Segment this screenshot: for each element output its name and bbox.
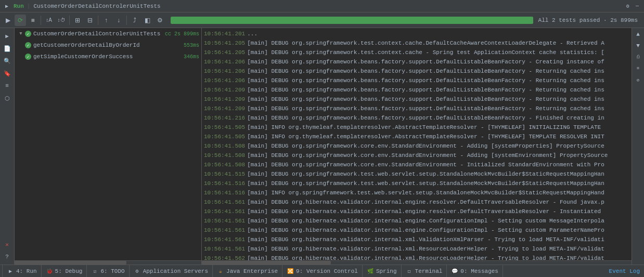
title-separator: | xyxy=(27,3,31,9)
minimize-icon[interactable]: — xyxy=(634,3,641,10)
log-timestamp: 10:56:41.516 xyxy=(204,179,245,188)
log-line: 10:56:41.561[main] DEBUG org.hibernate.v… xyxy=(204,226,629,235)
log-timestamp: 10:56:41.206 xyxy=(204,67,245,76)
title-bar-right: ⚙ — xyxy=(624,3,641,10)
filter-output-btn[interactable]: ≡ xyxy=(633,63,643,74)
left-question-btn[interactable]: ? xyxy=(2,251,13,262)
log-timestamp: 10:56:41.561 xyxy=(204,226,245,235)
run-label: Run xyxy=(14,3,24,9)
log-text: [main] DEBUG org.hibernate.validator.int… xyxy=(247,244,604,254)
log-text: [main] INFO org.thymeleaf.templateresolv… xyxy=(247,132,604,141)
root-status-dot: ✓ xyxy=(25,31,31,37)
log-text: [main] DEBUG org.springframework.beans.f… xyxy=(247,95,604,104)
collapse-button[interactable]: ⊟ xyxy=(84,15,96,26)
stop-button[interactable]: ■ xyxy=(27,15,38,26)
log-line: 10:56:41.516[main] INFO org.springframew… xyxy=(204,188,629,197)
spring-tab-label: Spring xyxy=(376,268,397,274)
log-timestamp: 10:56:41.508 xyxy=(204,160,245,169)
left-sidebar: ▶ 📄 🔍 🔖 ≡ ⬡ ✕ ? xyxy=(0,28,15,265)
spring-tab[interactable]: 🌿 Spring xyxy=(363,265,402,277)
print-btn[interactable]: ⎙ xyxy=(633,52,643,62)
log-text: [main] DEBUG org.hibernate.validator.int… xyxy=(247,216,604,226)
sep-4 xyxy=(126,16,127,25)
event-log-label[interactable]: Event Log xyxy=(609,268,640,274)
log-timestamp: 10:56:41.561 xyxy=(204,197,245,207)
log-line: 10:56:41.505[main] INFO org.thymeleaf.te… xyxy=(204,123,629,132)
run-button[interactable]: ▶ xyxy=(2,15,14,26)
debug-tab[interactable]: 🐞 5: Debug xyxy=(42,265,87,277)
progress-bar-fill xyxy=(171,17,533,24)
todo-tab-label: 6: TODO xyxy=(100,268,124,274)
log-timestamp: 10:56:41.505 xyxy=(204,132,245,141)
messages-tab-icon: 💬 xyxy=(451,268,458,275)
log-timestamp: 10:56:41.209 xyxy=(204,85,245,95)
log-line: 10:56:41.508[main] DEBUG org.springframe… xyxy=(204,160,629,169)
prev-fail-button[interactable]: ↑ xyxy=(100,15,112,26)
next-fail-button[interactable]: ↓ xyxy=(113,15,124,26)
log-line: 10:56:41.216[main] DEBUG org.springframe… xyxy=(204,113,629,123)
messages-tab-label: 0: Messages xyxy=(460,268,498,274)
log-line: 10:56:41.205[main] DEBUG org.springframe… xyxy=(204,48,629,57)
sort-duration-button[interactable]: ↕⏱ xyxy=(56,15,67,26)
todo-tab[interactable]: ☑ 6: TODO xyxy=(87,265,129,277)
messages-tab[interactable]: 💬 0: Messages xyxy=(447,265,503,277)
tree-root-item[interactable]: ▼ ✓ CustomerOrderDetailControlerUnitTest… xyxy=(15,28,201,39)
export-button[interactable]: ⤴ xyxy=(129,15,140,26)
tree-child-item-0[interactable]: ✓ getCustomerOrderDetailByOrderId 553ms xyxy=(15,39,201,51)
log-timestamp: 10:56:41.561 xyxy=(204,235,245,244)
app-servers-tab[interactable]: ⚙ Application Servers xyxy=(130,265,213,277)
log-line: 10:56:41.205[main] DEBUG org.springframe… xyxy=(204,38,629,48)
sort-alpha-button[interactable]: ↕A xyxy=(43,15,55,26)
run-tab-label: 4: Run xyxy=(16,268,37,274)
log-text: [main] DEBUG org.hibernate.validator.int… xyxy=(247,254,604,260)
terminal-tab[interactable]: ◻ Terminal xyxy=(402,265,447,277)
run-tab[interactable]: ▶ 4: Run xyxy=(2,265,42,277)
status-bar: ▶ 4: Run 🐞 5: Debug ☑ 6: TODO ⚙ Applicat… xyxy=(0,265,644,277)
title-bar: ▶ Run | CustomerOrderDetailControlerUnit… xyxy=(0,0,644,12)
rerun-button[interactable]: ⟳ xyxy=(15,15,26,26)
app-servers-tab-icon: ⚙ xyxy=(134,268,141,275)
log-timestamp: 10:56:41.561 xyxy=(204,216,245,226)
log-timestamp: 10:56:41.206 xyxy=(204,76,245,85)
log-line: 10:56:41.562[main] DEBUG org.hibernate.v… xyxy=(204,254,629,260)
left-search-btn[interactable]: 🔍 xyxy=(2,55,13,67)
spring-tab-icon: 🌿 xyxy=(367,268,374,275)
child-0-label: getCustomerOrderDetailByOrderId xyxy=(33,42,182,48)
log-text: [main] DEBUG org.springframework.core.en… xyxy=(247,151,608,160)
scroll-top-btn[interactable]: ▲ xyxy=(633,29,643,39)
log-timestamp: 10:56:41.209 xyxy=(204,104,245,113)
log-timestamp: 10:56:41.508 xyxy=(204,151,245,160)
settings-icon[interactable]: ⚙ xyxy=(624,3,632,10)
left-bookmark-btn[interactable]: 🔖 xyxy=(2,68,13,79)
child-1-status-dot: ✓ xyxy=(25,54,31,60)
log-line: 10:56:41.206[main] DEBUG org.springframe… xyxy=(204,57,629,67)
root-toggle-icon[interactable]: ▼ xyxy=(17,30,25,38)
java-enterprise-tab[interactable]: ☕ Java Enterprise xyxy=(213,265,282,277)
left-x-btn[interactable]: ✕ xyxy=(2,239,13,250)
left-puzzle-btn[interactable]: ⬡ xyxy=(2,93,13,104)
sep-3 xyxy=(98,16,98,25)
filter-button[interactable]: ◧ xyxy=(141,15,153,26)
log-timestamp: 10:56:41.206 xyxy=(204,57,245,67)
clear-btn[interactable]: ⊘ xyxy=(633,75,643,85)
scroll-bottom-btn[interactable]: ▼ xyxy=(633,41,643,51)
version-control-tab[interactable]: 🔀 9: Version Control xyxy=(282,265,363,277)
left-run-btn[interactable]: ▶ xyxy=(2,30,13,42)
log-content[interactable]: 10:56:41.201...10:56:41.205[main] DEBUG … xyxy=(202,28,632,260)
log-line: 10:56:41.209[main] DEBUG org.springframe… xyxy=(204,85,629,95)
left-structure-btn[interactable]: ≡ xyxy=(2,80,13,91)
content-area: ▶ 📄 🔍 🔖 ≡ ⬡ ✕ ? ▼ ✓ CustomerOrderDetailC… xyxy=(0,28,644,265)
log-line: 10:56:41.209[main] DEBUG org.springframe… xyxy=(204,104,629,113)
log-hscroll[interactable] xyxy=(202,260,632,265)
java-enterprise-tab-label: Java Enterprise xyxy=(226,268,278,274)
expand-button[interactable]: ⊞ xyxy=(72,15,83,26)
tree-child-item-1[interactable]: ✓ getSimpleCustomerOrderSuccess 346ms xyxy=(15,51,201,62)
log-timestamp: 10:56:41.209 xyxy=(204,95,245,104)
tree-hscroll[interactable] xyxy=(15,260,201,265)
toolbar-settings-button[interactable]: ⚙ xyxy=(154,15,165,26)
log-timestamp: 10:56:41.516 xyxy=(204,188,245,197)
log-timestamp: 10:56:41.205 xyxy=(204,48,245,57)
log-text: [main] DEBUG org.springframework.core.en… xyxy=(247,160,604,169)
log-timestamp: 10:56:41.505 xyxy=(204,123,245,132)
left-file-btn[interactable]: 📄 xyxy=(2,43,13,54)
